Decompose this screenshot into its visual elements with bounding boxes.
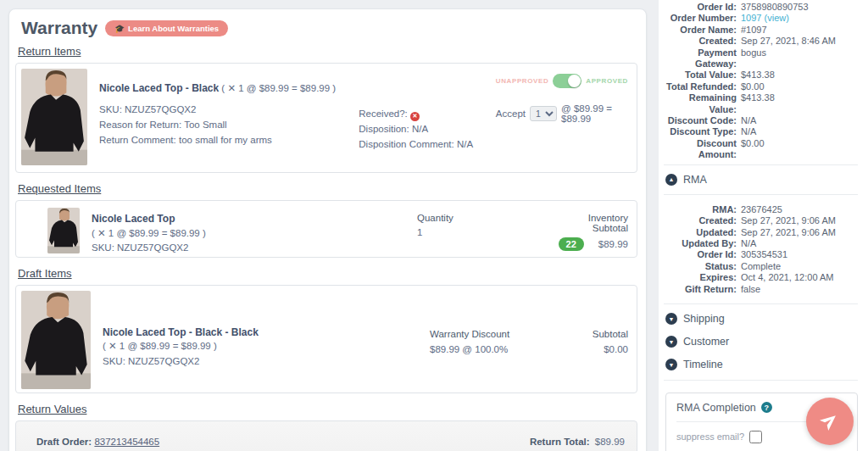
expand-arrow-icon: ▼ xyxy=(665,359,677,370)
accept-price: @ $89.99 = $89.99 xyxy=(561,103,628,124)
divider xyxy=(664,303,858,304)
product-sku: SKU: NZUZ57QGQX2 xyxy=(92,241,417,255)
draft-item-card: Nicole Laced Top - Black - Black ( ✕ 1 @… xyxy=(15,285,637,393)
detail-label: Updated: xyxy=(664,227,737,238)
detail-label: Order Number: xyxy=(664,13,737,24)
detail-value: Oct 4, 2021, 12:00 AM xyxy=(741,272,833,283)
rma-completion-title: RMA Completion xyxy=(676,402,756,414)
detail-value: $413.38 xyxy=(741,70,775,81)
detail-label: Order Id: xyxy=(664,2,737,13)
return-item-card: Nicole Laced Top - Black ( ✕ 1 @ $89.99 … xyxy=(15,63,637,173)
return-values-link[interactable]: Return Values xyxy=(18,403,86,415)
approval-toggle[interactable] xyxy=(553,74,581,88)
collapsed-sections: ▼ Shipping ▼ Customer ▼ Timeline xyxy=(664,308,858,376)
disposition: Disposition: N/A xyxy=(359,121,496,136)
send-icon xyxy=(820,410,840,433)
return-items-link[interactable]: Return Items xyxy=(18,45,81,58)
warranty-discount-label: Warranty Discount xyxy=(430,326,574,342)
warranty-panel: Warranty 🎓 Learn About Warranties Return… xyxy=(8,8,647,451)
product-photo xyxy=(47,208,80,253)
warranty-discount-column: Warranty Discount $89.99 @ 100.0% xyxy=(430,291,574,387)
suppress-email-checkbox[interactable] xyxy=(749,431,762,443)
product-photo xyxy=(21,69,87,165)
detail-value: Sep 27, 2021, 9:06 AM xyxy=(741,215,836,226)
draft-order-label: Draft Order: xyxy=(36,437,92,447)
subtotal-column: Subtotal $0.00 xyxy=(574,291,628,387)
product-title: Nicole Laced Top - Black - Black xyxy=(103,326,430,338)
order-detail-row: Created: Sep 27, 2021, 8:46 AM xyxy=(664,36,858,47)
detail-value: 1097 (view) xyxy=(741,13,789,24)
detail-label: Discount Code: xyxy=(664,115,737,126)
detail-value: $413.38 xyxy=(741,92,775,115)
received-no-icon[interactable]: ✕ xyxy=(410,112,420,121)
divider xyxy=(664,380,858,381)
product-qty-detail: ( ✕ 1 @ $89.99 = $89.99 ) xyxy=(103,338,430,354)
return-totals: Return Total: $89.99 Warranty Total: $89… xyxy=(520,433,625,451)
inventory-subtotal-label: Inventory Subtotal xyxy=(557,213,628,233)
detail-label: Remaining Value: xyxy=(664,92,737,115)
order-detail-row: Order Number: 1097 (view) xyxy=(664,13,858,24)
order-detail-row: Discount Amount: $0.00 xyxy=(664,138,858,161)
detail-label: Updated By: xyxy=(664,238,737,249)
requested-items-link[interactable]: Requested Items xyxy=(18,182,101,195)
total-label: Return Total: xyxy=(530,437,590,447)
unapproved-label: UNAPPROVED xyxy=(496,77,548,85)
product-sku: SKU: NZUZ57QGQX2 xyxy=(103,354,430,369)
rma-detail-row: Order Id: 305354531 xyxy=(664,249,858,260)
order-detail-row: Total Value: $413.38 xyxy=(664,70,858,81)
detail-label: Total Value: xyxy=(664,70,737,81)
subtotal-value: $0.00 xyxy=(574,342,628,357)
rma-section-title: RMA xyxy=(683,174,707,186)
rma-detail-row: Updated By: N/A xyxy=(664,238,858,249)
page-header: Warranty 🎓 Learn About Warranties xyxy=(21,18,639,38)
submit-completion-button[interactable] xyxy=(806,398,854,445)
order-detail-row: Payment Gateway: bogus xyxy=(664,47,858,70)
collapsed-section-header[interactable]: ▼ Shipping xyxy=(664,308,858,331)
learn-about-warranties-button[interactable]: 🎓 Learn About Warranties xyxy=(105,20,228,36)
return-values-card: Draft Order: 837213454465 Order: 3782983… xyxy=(15,420,637,451)
detail-label: Expires: xyxy=(664,272,737,283)
detail-value: N/A xyxy=(741,238,756,249)
rma-detail-row: Status: Complete xyxy=(664,261,858,272)
learn-button-label: Learn About Warranties xyxy=(128,24,219,33)
product-info: Nicole Laced Top - Black ( ✕ 1 @ $89.99 … xyxy=(87,69,359,167)
detail-label: Status: xyxy=(664,261,737,272)
received-label: Received?: xyxy=(359,109,408,119)
disposition-comment: Disposition Comment: N/A xyxy=(359,136,496,152)
collapsed-section-header[interactable]: ▼ Customer xyxy=(664,331,858,354)
product-sku: SKU: NZUZ57QGQX2 xyxy=(99,102,359,117)
rma-detail-row: Updated: Sep 27, 2021, 9:06 AM xyxy=(664,227,858,238)
quantity-column: Quantity 1 xyxy=(417,206,557,252)
return-reason: Reason for Return: Too Small xyxy=(99,117,359,132)
rma-detail-row: Expires: Oct 4, 2021, 12:00 AM xyxy=(664,272,858,283)
inventory-count-badge: 22 xyxy=(559,237,584,251)
expand-arrow-icon: ▼ xyxy=(665,313,677,325)
draft-items-link[interactable]: Draft Items xyxy=(18,267,72,280)
receiving-info: Received?:✕ Disposition: N/A Disposition… xyxy=(359,69,496,167)
detail-value: 3758980890753 xyxy=(741,2,809,13)
accept-label: Accept xyxy=(496,109,526,119)
collapsed-section-header[interactable]: ▼ Timeline xyxy=(664,354,858,376)
inventory-amount: $89.99 xyxy=(598,239,628,249)
warranty-discount-value: $89.99 @ 100.0% xyxy=(430,342,574,357)
section-title: Customer xyxy=(683,336,729,348)
accept-quantity-select[interactable]: 1 xyxy=(530,106,557,121)
total-value: $89.99 xyxy=(595,437,625,447)
product-title: Nicole Laced Top - Black xyxy=(99,82,219,94)
help-icon[interactable]: ? xyxy=(761,402,772,413)
return-comment: Return Comment: too small for my arms xyxy=(99,132,359,148)
suppress-email-label: suppress email? xyxy=(676,432,744,442)
rma-detail-row: Gift Return: false xyxy=(664,284,858,295)
draft-order-link[interactable]: 837213454465 xyxy=(94,437,159,447)
rma-section-header[interactable]: ▲ RMA xyxy=(664,169,858,191)
order-details-block: Order Id: 3758980890753 Order Number: 10… xyxy=(664,2,858,161)
detail-value: false xyxy=(741,284,760,295)
rma-detail-row: Created: Sep 27, 2021, 9:06 AM xyxy=(664,215,858,226)
rma-details-block: RMA: 23676425 Created: Sep 27, 2021, 9:0… xyxy=(664,198,858,300)
approved-label: APPROVED xyxy=(586,77,628,85)
detail-value: N/A xyxy=(741,126,756,137)
detail-value: 23676425 xyxy=(741,204,782,215)
product-qty-detail: ( ✕ 1 @ $89.99 = $89.99 ) xyxy=(221,83,336,93)
inventory-column: Inventory Subtotal 22 $89.99 xyxy=(557,206,628,252)
product-info: Nicole Laced Top ( ✕ 1 @ $89.99 = $89.99… xyxy=(80,206,417,252)
